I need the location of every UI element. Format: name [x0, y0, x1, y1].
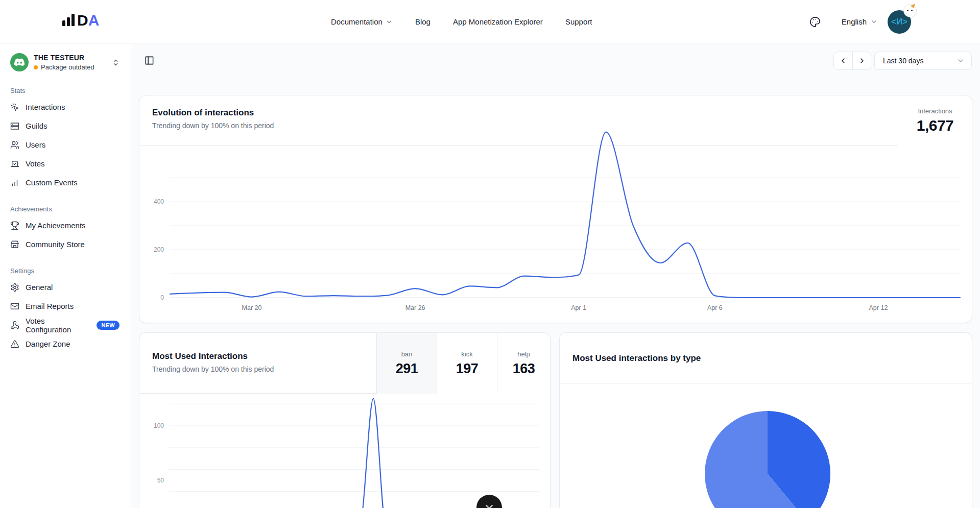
logo-letter-a: A: [88, 13, 100, 28]
sidebar-item-label: Guilds: [26, 122, 47, 130]
mail-icon: [10, 302, 19, 311]
sidebar-sections: StatsInteractionsGuildsUsersVotesCustom …: [7, 87, 123, 353]
language-selector[interactable]: English: [842, 17, 878, 26]
sidebar-item-guilds[interactable]: Guilds: [7, 116, 123, 135]
top-nav: D A DocumentationBlogApp Monetization Ex…: [0, 0, 980, 43]
sidebar-item-label: Email Reports: [26, 302, 74, 310]
most-used-tab-kick[interactable]: kick197: [437, 333, 497, 394]
tab-value: 291: [396, 361, 418, 377]
app-logo[interactable]: D A: [62, 13, 99, 28]
nav-item-label: App Monetization Explorer: [453, 17, 543, 26]
interactions-by-type-card: Most Used interactions by type: [559, 332, 972, 508]
svg-text:Mar 20: Mar 20: [242, 304, 262, 311]
sidebar: THE TESTEUR Package outdated StatsIntera…: [0, 44, 130, 508]
tab-label: ban: [401, 350, 413, 358]
sidebar-item-general[interactable]: General: [7, 278, 123, 297]
svg-text:0: 0: [160, 294, 164, 301]
trophy-icon: [10, 221, 19, 230]
svg-text:200: 200: [154, 246, 164, 253]
chevron-down-icon: [484, 501, 495, 508]
chevron-right-icon: [858, 57, 866, 65]
date-range-value: Last 30 days: [883, 57, 923, 65]
evolution-card-subtitle: Trending down by 100% on this period: [152, 122, 972, 130]
logo-bars-icon: [62, 14, 75, 28]
language-label: English: [842, 17, 867, 26]
chevron-down-icon: [957, 57, 965, 65]
vote-icon: [10, 159, 19, 168]
sidebar-item-votes-configuration[interactable]: Votes ConfigurationNEW: [7, 316, 123, 334]
server-name: THE TESTEUR: [34, 54, 107, 62]
sidebar-item-label: Interactions: [26, 103, 65, 111]
sidebar-item-interactions[interactable]: Interactions: [7, 98, 123, 116]
next-period-button[interactable]: [852, 52, 871, 69]
most-used-tabs: ban291kick197help163: [376, 333, 550, 394]
server-selector[interactable]: THE TESTEUR Package outdated: [7, 51, 123, 74]
evolution-card-title: Evolution of interactions: [152, 108, 972, 118]
svg-text:400: 400: [154, 198, 164, 205]
server-status-text: Package outdated: [41, 63, 94, 71]
sidebar-item-label: My Achievements: [26, 221, 86, 230]
new-badge: NEW: [97, 321, 119, 330]
webhook-icon: [10, 321, 19, 330]
nav-item-label: Blog: [415, 17, 431, 26]
tab-label: kick: [461, 350, 472, 358]
sidebar-item-label: Votes Configuration: [26, 317, 86, 334]
date-pager: [833, 52, 871, 70]
sidebar-item-custom-events[interactable]: Custom Events: [7, 173, 123, 192]
sidebar-item-email-reports[interactable]: Email Reports: [7, 297, 123, 316]
tab-label: help: [517, 350, 530, 358]
date-range-select[interactable]: Last 30 days: [874, 52, 972, 70]
store-icon: [10, 240, 19, 249]
theme-palette-button[interactable]: [807, 14, 823, 30]
sidebar-item-label: Custom Events: [26, 178, 78, 187]
most-used-tab-help[interactable]: help163: [497, 333, 550, 394]
most-used-interactions-card: Most Used Interactions Trending down by …: [139, 332, 551, 508]
stat-value: 1,677: [917, 117, 954, 134]
chevron-left-icon: [839, 57, 847, 65]
nav-item-label: Support: [565, 17, 592, 26]
bar-chart-icon: [10, 178, 19, 187]
sidebar-item-label: Danger Zone: [26, 340, 70, 348]
users-icon: [10, 140, 19, 150]
svg-text:Apr 1: Apr 1: [571, 304, 586, 311]
svg-text:100: 100: [154, 422, 164, 429]
sidebar-section-label: Achievements: [10, 205, 123, 213]
server-icon: [10, 122, 19, 131]
sidebar-item-label: Votes: [26, 159, 45, 168]
by-type-card-title: Most Used interactions by type: [572, 353, 972, 364]
dashboard-page: D A DocumentationBlogApp Monetization Ex…: [0, 0, 980, 508]
panel-left-icon: [145, 56, 154, 65]
pointer-click-icon: [10, 103, 19, 112]
svg-text:Apr 12: Apr 12: [869, 304, 888, 311]
main-content: Last 30 days Evolution of interactions T…: [131, 44, 980, 508]
gear-icon: [10, 283, 19, 292]
sidebar-item-label: General: [26, 283, 53, 292]
stat-label: Interactions: [918, 107, 952, 115]
sidebar-toggle-button[interactable]: [142, 53, 156, 67]
sidebar-item-danger-zone[interactable]: Danger Zone: [7, 334, 123, 353]
sidebar-item-my-achievements[interactable]: My Achievements: [7, 216, 123, 235]
svg-text:Mar 26: Mar 26: [405, 304, 425, 311]
interactions-total-stat: Interactions 1,677: [898, 95, 972, 146]
nav-item-documentation[interactable]: Documentation: [331, 17, 393, 26]
tab-value: 163: [513, 361, 535, 377]
user-avatar-wrap: <И>: [888, 7, 914, 34]
nav-item-support[interactable]: Support: [565, 17, 592, 26]
status-dot: [34, 65, 38, 69]
most-used-tab-ban[interactable]: ban291: [376, 333, 437, 394]
prev-period-button[interactable]: [834, 52, 852, 69]
svg-text:Apr 6: Apr 6: [707, 304, 723, 311]
chevron-down-icon: [870, 18, 878, 26]
nav-item-app-monetization-explorer[interactable]: App Monetization Explorer: [453, 17, 543, 26]
sidebar-item-community-store[interactable]: Community Store: [7, 235, 123, 254]
nav-item-label: Documentation: [331, 17, 383, 26]
chevrons-up-down-icon: [112, 59, 119, 66]
sidebar-item-users[interactable]: Users: [7, 135, 123, 154]
avatar-glyph: <И>: [891, 17, 907, 27]
discord-server-avatar: [10, 53, 29, 71]
sidebar-item-label: Community Store: [26, 240, 85, 249]
nav-item-blog[interactable]: Blog: [415, 17, 431, 26]
sidebar-item-votes[interactable]: Votes: [7, 154, 123, 173]
logo-letter-d: D: [77, 13, 87, 28]
sidebar-item-label: Users: [26, 140, 45, 149]
